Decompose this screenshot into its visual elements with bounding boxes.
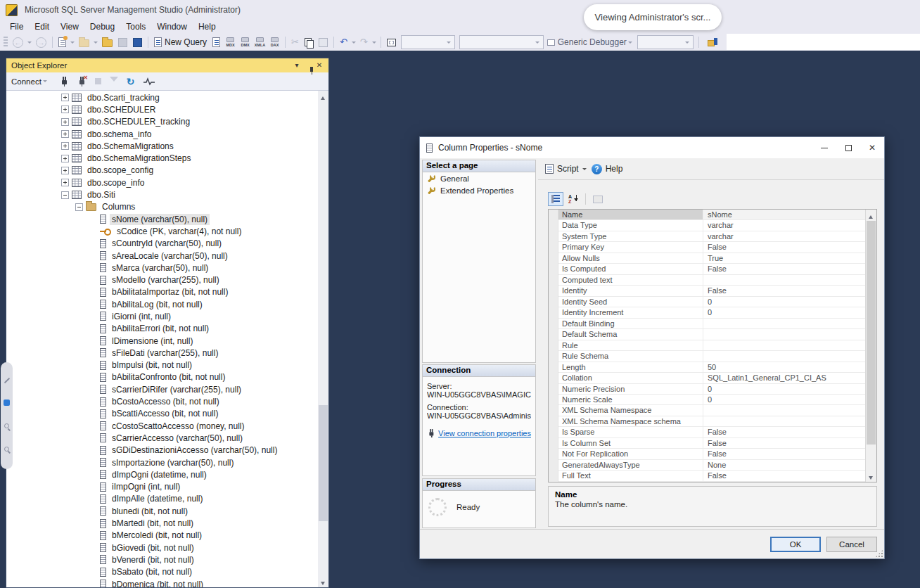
back-history-caret-icon[interactable] (27, 41, 32, 46)
dmx-query-button[interactable]: DMX (238, 37, 252, 47)
property-pages-button[interactable] (590, 192, 606, 206)
tree-item[interactable]: dbo.SCHEDULER_tracking (6, 116, 318, 128)
tree-item[interactable]: cCostoScattoAccesso (money, null) (6, 420, 318, 432)
page-item-extended-properties[interactable]: Extended Properties (423, 184, 535, 196)
tree-item[interactable]: iImpOgni (int, null) (6, 481, 318, 493)
property-value[interactable] (703, 351, 865, 361)
tree-item[interactable]: bAbilitaErrori (bit, not null) (6, 323, 318, 335)
property-row[interactable]: Data Typevarchar (558, 220, 865, 231)
tree-item[interactable]: bImpulsi (bit, not null) (6, 359, 318, 371)
copy-button[interactable] (302, 37, 315, 49)
property-row[interactable]: Is Column SetFalse (558, 438, 865, 449)
script-caret-icon[interactable] (582, 168, 587, 172)
property-row[interactable]: Computed text (558, 275, 865, 286)
dax-query-button[interactable]: DAX (268, 37, 281, 47)
tree-item[interactable]: dbo.SchemaMigrations (6, 140, 318, 152)
toolbar-combobox-1[interactable] (401, 35, 455, 49)
expand-icon[interactable] (61, 167, 69, 174)
stop-button[interactable] (95, 78, 101, 84)
ok-button[interactable]: OK (770, 537, 821, 552)
property-value[interactable]: False (703, 471, 865, 480)
property-row[interactable]: Is SparseFalse (558, 427, 865, 437)
tree-item[interactable]: lDimensione (int, null) (6, 335, 318, 347)
tree-item[interactable]: bDomenica (bit, not null) (6, 578, 318, 587)
tree-item[interactable]: dImpOgni (datetime, null) (6, 468, 318, 480)
property-row[interactable]: Rule (558, 340, 865, 351)
property-row[interactable]: XML Schema Namespace schema (558, 416, 865, 427)
scroll-up-arrow-icon[interactable] (866, 210, 877, 220)
menu-window[interactable]: Window (151, 20, 193, 33)
mdx-query-button[interactable]: MDX (224, 37, 237, 47)
selection-mode-button[interactable] (385, 37, 398, 48)
menu-help[interactable]: Help (193, 20, 222, 33)
close-icon[interactable]: ✕ (314, 60, 325, 71)
property-value[interactable] (703, 319, 865, 328)
property-value[interactable]: SQL_Latin1_General_CP1_CI_AS (703, 373, 865, 383)
minimize-button[interactable] (812, 137, 836, 158)
tree-item[interactable]: bGiovedi (bit, not null) (6, 542, 318, 554)
open-project-caret-icon[interactable] (94, 41, 98, 46)
tree-item[interactable]: bSabato (bit, not null) (6, 566, 318, 578)
scrollbar-thumb[interactable] (319, 405, 328, 521)
tree-item[interactable]: sGDiDestinazioniAccesso (varchar(50), nu… (6, 445, 318, 456)
zoom-in-icon[interactable] (4, 423, 9, 428)
property-value[interactable] (703, 329, 865, 339)
connect-object-button[interactable] (60, 77, 69, 87)
expand-icon[interactable] (61, 179, 69, 186)
xmla-query-button[interactable]: XMLA (253, 37, 267, 47)
tree-item[interactable]: dbo.Siti (6, 188, 318, 200)
property-row[interactable]: NamesNome (558, 210, 865, 220)
tree-item[interactable]: dbo.scope_info (6, 177, 318, 188)
cancel-button[interactable]: Cancel (826, 537, 877, 552)
tree-item[interactable]: bMartedi (bit, not null) (6, 517, 318, 529)
tree-item[interactable]: Columns (6, 201, 318, 213)
expand-icon[interactable] (61, 118, 69, 126)
save-button[interactable] (116, 37, 129, 49)
filter-button[interactable] (110, 77, 118, 86)
undo-caret-icon[interactable] (352, 41, 356, 46)
property-row[interactable]: Numeric Scale0 (558, 395, 865, 405)
property-value[interactable]: varchar (703, 231, 865, 241)
pen-icon[interactable] (4, 378, 9, 383)
maximize-button[interactable] (836, 137, 860, 158)
dialog-title-bar[interactable]: Column Properties - sNome ✕ (420, 137, 884, 158)
tree-item[interactable]: bAbilitaLog (bit, not null) (6, 298, 318, 310)
navigate-forward-button[interactable]: → (34, 36, 49, 49)
property-value[interactable]: False (703, 242, 865, 252)
property-row[interactable]: Length50 (558, 362, 865, 373)
property-value[interactable]: False (703, 264, 865, 274)
collapse-icon[interactable] (61, 191, 69, 199)
undo-button[interactable]: ↶ (338, 36, 350, 49)
navigate-back-button[interactable]: ← (11, 36, 25, 49)
property-row[interactable]: GeneratedAlwaysTypeNone (558, 460, 865, 471)
menu-tools[interactable]: Tools (120, 20, 151, 33)
tree-item[interactable]: sCountryId (varchar(50), null) (6, 238, 318, 250)
property-value[interactable]: varchar (703, 220, 865, 230)
expand-icon[interactable] (61, 142, 69, 150)
scroll-up-arrow-icon[interactable] (318, 91, 328, 101)
property-row[interactable]: System Typevarchar (558, 231, 865, 242)
share-screen-icon[interactable] (4, 400, 10, 406)
tree-item[interactable]: bVenerdi (bit, not null) (6, 554, 318, 565)
expand-icon[interactable] (61, 130, 69, 138)
scrollbar-thumb[interactable] (867, 221, 876, 445)
expand-icon[interactable] (61, 94, 69, 101)
property-row[interactable]: Identity Increment0 (558, 307, 865, 318)
property-row[interactable]: Rule Schema (558, 351, 865, 362)
registered-servers-button[interactable] (703, 36, 722, 49)
object-explorer-header[interactable]: Object Explorer ▾ ✕ (6, 58, 328, 72)
toolbar-combobox-3[interactable] (637, 35, 694, 49)
refresh-button[interactable]: ↻ (127, 77, 135, 87)
tree-item[interactable]: bCostoAccesso (bit, not null) (6, 395, 318, 407)
property-row[interactable]: Identity Seed0 (558, 297, 865, 307)
new-project-caret-icon[interactable] (70, 41, 75, 46)
tree-item[interactable]: iGiorni (int, null) (6, 310, 318, 322)
property-value[interactable]: True (703, 253, 865, 263)
disconnect-button[interactable]: ✕ (77, 77, 87, 87)
property-value[interactable]: 0 (703, 307, 865, 317)
new-project-button[interactable] (56, 36, 68, 49)
property-value[interactable] (703, 416, 865, 426)
tree-item[interactable]: sCarrierAccesso (varchar(50), null) (6, 432, 318, 444)
close-button[interactable]: ✕ (860, 137, 884, 158)
property-value[interactable]: sNome (703, 210, 865, 219)
